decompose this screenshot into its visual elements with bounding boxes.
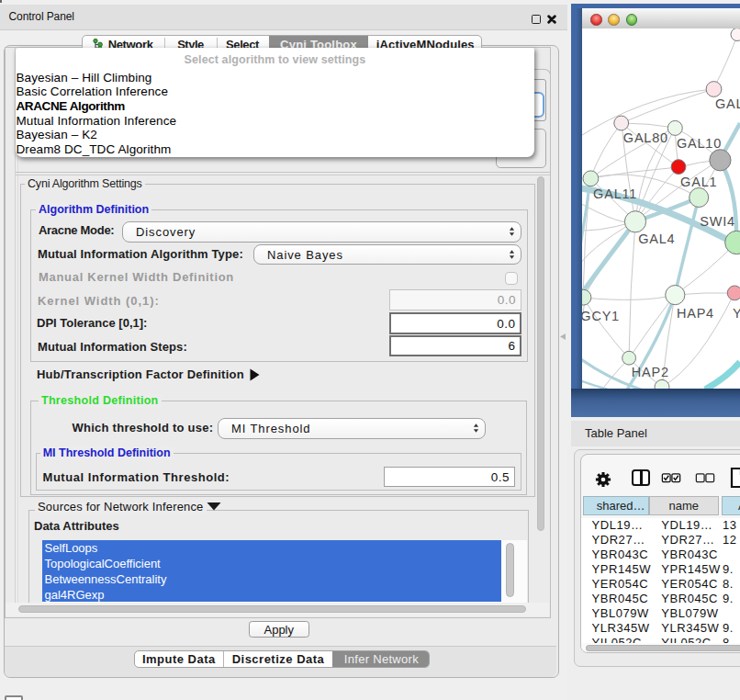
svg-text:GAL10: GAL10 [677,136,722,151]
svg-text:GAL7: GAL7 [715,96,740,111]
svg-text:SWI4: SWI4 [700,214,735,229]
svg-text:YB: YB [733,306,740,321]
svg-text:GAL80: GAL80 [623,130,668,145]
svg-text:GAL1: GAL1 [680,175,717,189]
svg-text:HAP2: HAP2 [632,365,669,379]
svg-text:GCY1: GCY1 [582,309,620,323]
svg-text:GAL11: GAL11 [593,186,637,201]
svg-text:GAL4: GAL4 [638,231,675,246]
svg-text:HAP4: HAP4 [677,306,714,321]
